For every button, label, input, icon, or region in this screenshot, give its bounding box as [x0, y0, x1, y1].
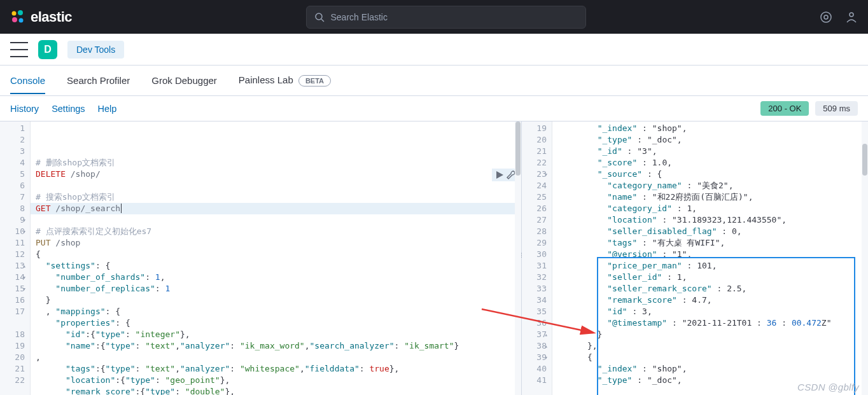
svg-point-3 [19, 18, 24, 22]
response-pane: 1920212223▾2425262728293031323334353637▴… [522, 121, 868, 395]
response-status-badge: 200 - OK [760, 101, 809, 116]
global-search[interactable] [306, 6, 586, 29]
app-subheader: D Dev Tools [0, 34, 868, 66]
brand-logo[interactable]: elastic [10, 9, 72, 25]
user-icon[interactable] [845, 11, 858, 24]
tab-painless-lab[interactable]: Painless Lab BETA [239, 67, 331, 94]
response-scrollbar[interactable] [862, 121, 868, 395]
play-icon[interactable] [494, 170, 505, 180]
request-pane[interactable]: 123456789▾10▾111213▴14▾15▾1617 181920212… [0, 121, 522, 395]
space-selector[interactable]: D [38, 40, 57, 59]
elastic-logo-icon [10, 10, 25, 25]
search-input[interactable] [331, 12, 578, 22]
history-link[interactable]: History [10, 104, 39, 114]
svg-line-5 [321, 19, 324, 22]
svg-point-2 [12, 17, 17, 22]
response-time-badge: 509 ms [815, 101, 858, 116]
global-header: elastic [0, 0, 868, 34]
tab-search-profiler[interactable]: Search Profiler [67, 67, 130, 94]
settings-link[interactable]: Settings [52, 104, 85, 114]
brand-text: elastic [31, 9, 72, 25]
newsfeed-icon[interactable] [820, 11, 832, 24]
svg-marker-9 [496, 171, 503, 179]
breadcrumb-devtools[interactable]: Dev Tools [67, 41, 124, 59]
svg-point-1 [18, 10, 23, 15]
nav-toggle-button[interactable] [10, 42, 28, 57]
console-toolbar: History Settings Help 200 - OK 509 ms [0, 96, 868, 121]
response-gutter: 1920212223▾2425262728293031323334353637▴… [522, 121, 552, 395]
tab-grok-debugger[interactable]: Grok Debugger [151, 67, 217, 94]
svg-point-0 [12, 11, 17, 15]
header-actions [820, 11, 858, 24]
devtools-tabs: Console Search Profiler Grok Debugger Pa… [0, 66, 868, 96]
svg-point-4 [316, 13, 322, 20]
svg-point-6 [821, 12, 831, 22]
watermark: CSDN @gblfy [797, 382, 859, 392]
search-icon [314, 12, 325, 22]
svg-point-8 [850, 13, 853, 17]
beta-badge: BETA [298, 75, 331, 87]
search-container [87, 6, 804, 29]
help-link[interactable]: Help [98, 104, 117, 114]
request-editor[interactable]: # 删除shop文档索引DELETE /shop/# 搜索shop文档索引GET… [31, 121, 521, 395]
svg-point-7 [824, 15, 828, 19]
editor-container: 123456789▾10▾111213▴14▾15▾1617 181920212… [0, 121, 868, 395]
request-gutter: 123456789▾10▾111213▴14▾15▾1617 181920212… [0, 121, 31, 395]
tab-console[interactable]: Console [10, 67, 45, 94]
response-viewer[interactable]: "_index" : "shop", "_type" : "_doc", "_i… [552, 121, 868, 395]
